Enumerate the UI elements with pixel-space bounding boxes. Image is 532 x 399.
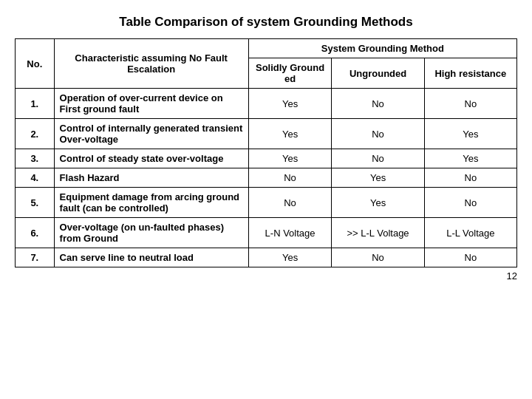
row-characteristic: Over-voltage (on un-faulted phases) from…	[54, 218, 248, 248]
table-row: 6.Over-voltage (on un-faulted phases) fr…	[16, 218, 517, 248]
row-high-resistance: No	[424, 168, 516, 188]
row-ungrounded: Yes	[332, 168, 424, 188]
row-high-resistance: Yes	[424, 119, 516, 149]
row-high-resistance: L-L Voltage	[424, 218, 516, 248]
row-ungrounded: No	[332, 89, 424, 119]
row-no: 6.	[16, 218, 55, 248]
page-wrapper: Table Comparison of system Grounding Met…	[15, 15, 517, 282]
row-high-resistance: No	[424, 248, 516, 267]
row-solidly: Yes	[248, 89, 332, 119]
row-characteristic: Equipment damage from arcing ground faul…	[54, 188, 248, 218]
header-system-grounding: System Grounding Method	[248, 39, 516, 58]
header-characteristic: Characteristic assuming No Fault Escalat…	[54, 39, 248, 89]
row-high-resistance: No	[424, 89, 516, 119]
page-number: 12	[15, 270, 517, 282]
row-ungrounded: No	[332, 149, 424, 168]
row-characteristic: Operation of over-current device on Firs…	[54, 89, 248, 119]
row-no: 1.	[16, 89, 55, 119]
row-ungrounded: >> L-L Voltage	[332, 218, 424, 248]
table-row: 7.Can serve line to neutral loadYesNoNo	[16, 248, 517, 267]
row-solidly: Yes	[248, 149, 332, 168]
table-row: 2.Control of internally generated transi…	[16, 119, 517, 149]
table-row: 3.Control of steady state over-voltageYe…	[16, 149, 517, 168]
comparison-table: No. Characteristic assuming No Fault Esc…	[15, 38, 517, 267]
row-high-resistance: Yes	[424, 149, 516, 168]
row-solidly: Yes	[248, 119, 332, 149]
row-solidly: L-N Voltage	[248, 218, 332, 248]
row-high-resistance: No	[424, 188, 516, 218]
table-row: 1.Operation of over-current device on Fi…	[16, 89, 517, 119]
table-row: 4.Flash HazardNoYesNo	[16, 168, 517, 188]
row-no: 4.	[16, 168, 55, 188]
row-no: 7.	[16, 248, 55, 267]
page-title: Table Comparison of system Grounding Met…	[15, 15, 517, 30]
header-solidly: Solidly Ground ed	[248, 58, 332, 89]
row-no: 3.	[16, 149, 55, 168]
table-row: 5.Equipment damage from arcing ground fa…	[16, 188, 517, 218]
row-characteristic: Control of steady state over-voltage	[54, 149, 248, 168]
header-no: No.	[16, 39, 55, 89]
row-ungrounded: No	[332, 248, 424, 267]
row-no: 2.	[16, 119, 55, 149]
row-characteristic: Can serve line to neutral load	[54, 248, 248, 267]
header-ungrounded: Ungrounded	[332, 58, 424, 89]
row-ungrounded: Yes	[332, 188, 424, 218]
row-characteristic: Control of internally generated transien…	[54, 119, 248, 149]
row-no: 5.	[16, 188, 55, 218]
row-solidly: No	[248, 168, 332, 188]
row-characteristic: Flash Hazard	[54, 168, 248, 188]
row-solidly: Yes	[248, 248, 332, 267]
row-solidly: No	[248, 188, 332, 218]
row-ungrounded: No	[332, 119, 424, 149]
header-high-resistance: High resistance	[424, 58, 516, 89]
